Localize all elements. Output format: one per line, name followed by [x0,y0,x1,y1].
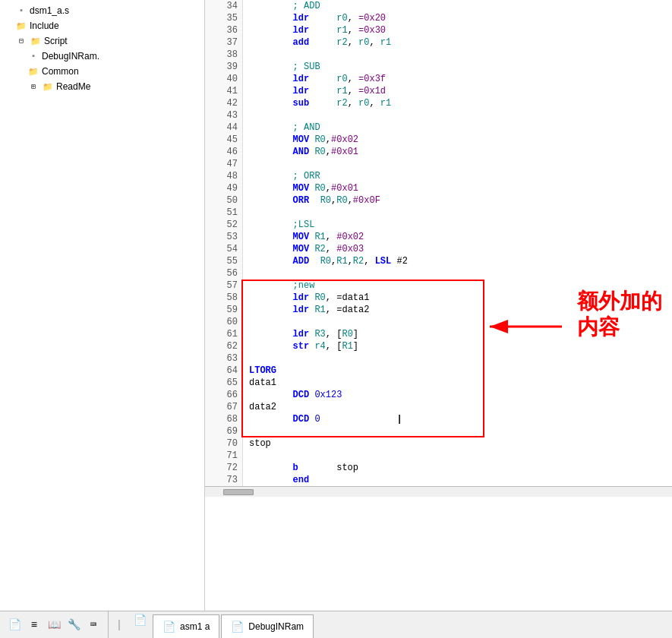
arrow-annotation [478,304,569,349]
code-content[interactable]: ; ADD ldr r0, =0x20 ldr r1, =0x30 add r2… [243,0,672,486]
sidebar-item-common[interactable]: 📁 Common [0,64,204,79]
code-line-51 [249,207,672,219]
code-container: 34 35 36 37 38 39 40 41 42 43 44 45 46 4… [205,0,672,486]
code-line-53: MOV R1, #0x02 [249,231,672,243]
code-line-48: ; ORR [249,170,672,182]
code-line-64: LTORG [249,365,672,377]
code-line-43 [249,109,672,122]
new-file-icon[interactable]: 📄 [6,617,23,633]
tool-icon[interactable]: 🔧 [65,617,82,633]
folder-icon: 📁 [30,35,42,47]
code-editor: 34 35 36 37 38 39 40 41 42 43 44 45 46 4… [205,0,672,611]
bottom-tabs: 📄 ≡ 📖 🔧 ⌨ | 📄 📄 asm1 a 📄 DebugINRam [0,611,672,638]
code-line-36: ldr r1, =0x30 [249,24,672,36]
folder-icon: 📁 [27,65,39,77]
code-line-65: data1 [249,377,672,389]
bottom-left-icons: 📄 ≡ 📖 🔧 ⌨ [0,611,109,638]
chinese-annotation: 额外加的 内容 [577,289,662,340]
code-line-68: DCD 0 | [249,413,672,425]
code-line-52: ;LSL [249,219,672,231]
horizontal-scrollbar[interactable] [205,486,672,497]
sidebar-item-label: DebugINRam. [42,51,99,62]
separator: | [112,611,127,638]
sidebar-item-readme[interactable]: ⊞ 📁 ReadMe [0,79,204,94]
book-icon[interactable]: 📖 [46,617,62,633]
code-line-70: stop [249,437,672,450]
code-line-66: DCD 0x123 [249,389,672,401]
sidebar-item-script[interactable]: ⊟ 📁 Script [0,33,204,49]
code-line-45: MOV R0,#0x02 [249,134,672,146]
code-line-73: end [249,474,672,486]
sidebar-item-debuginram[interactable]: ▪ DebugINRam. [0,49,204,64]
menu-icon[interactable]: ≡ [26,617,43,633]
code-line-54: MOV R2, #0x03 [249,243,672,255]
sidebar-item-dsm1[interactable]: ▪ dsm1_a.s [0,3,204,18]
code-line-38 [249,49,672,61]
tab-debuginram-label: DebugINRam [248,621,304,632]
code-line-39: ; SUB [249,61,672,73]
file-icon: ▪ [27,50,39,62]
sidebar-item-label: Include [30,21,59,31]
sidebar-item-label: Common [42,66,79,77]
main-area: ▪ dsm1_a.s 📁 Include ⊟ 📁 Script ▪ DebugI… [0,0,672,611]
tab-section-right: | 📄 📄 asm1 a 📄 DebugINRam [109,611,317,638]
sidebar: ▪ dsm1_a.s 📁 Include ⊟ 📁 Script ▪ DebugI… [0,0,205,611]
tab-debuginram-icon: 📄 [231,621,244,633]
sidebar-item-label: ReadMe [56,81,90,92]
file-icon: ▪ [15,5,27,17]
code-line-41: ldr r1, =0x1d [249,85,672,97]
code-line-46: AND R0,#0x01 [249,146,672,158]
code-line-50: ORR R0,R0,#0x0F [249,194,672,207]
tab-asm1-label: asm1 a [180,621,210,632]
folder-icon: 📁 [42,81,54,93]
tab-asm1[interactable]: 📄 asm1 a [153,614,219,638]
code-line-67: data2 [249,401,672,413]
code-line-62: str r4, [R1] [249,340,672,352]
sidebar-item-label: Script [44,36,68,46]
tab-debuginram[interactable]: 📄 DebugINRam [221,614,314,638]
code-line-71 [249,450,672,462]
scroll-thumb[interactable] [223,489,254,495]
code-line-35: ldr r0, =0x20 [249,12,672,24]
sidebar-item-label: dsm1_a.s [30,5,69,16]
new-file-icon-2[interactable]: 📄 [131,611,148,628]
line-numbers: 34 35 36 37 38 39 40 41 42 43 44 45 46 4… [205,0,243,486]
code-line-69 [249,425,672,437]
code-line-56 [249,267,672,280]
code-line-47 [249,158,672,170]
file-tabs: 📄 [128,611,151,638]
code-line-72: b stop [249,462,672,474]
folder-icon: 📁 [15,20,27,32]
tab-asm1-icon: 📄 [162,621,175,633]
code-line-44: ; AND [249,122,672,134]
code-line-34: ; ADD [249,0,672,12]
sidebar-item-include[interactable]: 📁 Include [0,18,204,33]
code-line-40: ldr r0, =0x3f [249,73,672,85]
code-line-49: MOV R0,#0x01 [249,182,672,194]
code-line-37: add r2, r0, r1 [249,36,672,49]
code-line-55: ADD R0,R1,R2, LSL #2 [249,255,672,267]
expand-icon: ⊞ [27,81,39,93]
code-line-42: sub r2, r0, r1 [249,97,672,109]
code-line-63 [249,352,672,365]
expand-icon: ⊟ [15,35,27,47]
keyboard-icon[interactable]: ⌨ [85,617,102,633]
